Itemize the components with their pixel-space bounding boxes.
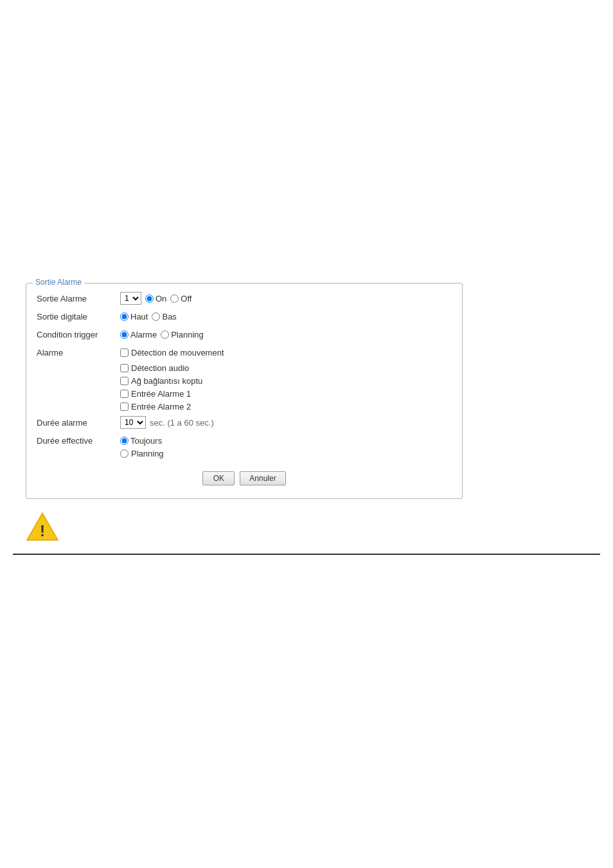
toujours-radio-item[interactable]: Toujours [120, 436, 162, 446]
duree-select[interactable]: 10 20 30 60 [120, 416, 146, 429]
ag-bglantisi-checkbox-item[interactable]: Ağ bağlantısı koptu [120, 376, 452, 386]
duree-alarme-row: Durée alarme 10 20 30 60 sec. (1 a 60 se… [37, 415, 452, 429]
on-radio[interactable] [145, 294, 154, 303]
sortie-alarme-label: Sortie Alarme [37, 294, 120, 303]
on-radio-item[interactable]: On [145, 294, 166, 303]
sortie-digitale-row: Sortie digitale Haut Bas [37, 309, 452, 323]
haut-radio-item[interactable]: Haut [120, 312, 148, 321]
alarme-label: Alarme [37, 348, 120, 357]
planning-label[interactable]: Planning [131, 449, 164, 458]
ok-button[interactable]: OK [202, 471, 235, 485]
detection-audio-label[interactable]: Détection audio [131, 363, 189, 373]
divider-line [13, 554, 600, 555]
entree-alarme1-checkbox[interactable] [120, 390, 129, 398]
entree-alarme1-label[interactable]: Entrée Alarme 1 [131, 389, 191, 399]
detection-mouvement-label[interactable]: Détection de mouvement [131, 348, 224, 357]
bas-label[interactable]: Bas [162, 312, 176, 321]
ag-bglantisi-checkbox[interactable] [120, 377, 129, 385]
entree-alarme1-checkbox-item[interactable]: Entrée Alarme 1 [120, 389, 452, 399]
sortie-alarme-row: Sortie Alarme 1 2 On Off [37, 291, 452, 305]
svg-text:!: ! [40, 522, 45, 539]
sortie-digitale-controls: Haut Bas [120, 312, 177, 321]
on-label[interactable]: On [155, 294, 166, 303]
entree-alarme2-checkbox[interactable] [120, 402, 129, 411]
alarme-ct-label[interactable]: Alarme [130, 330, 157, 339]
ag-bglantisi-label[interactable]: Ağ bağlantısı koptu [131, 376, 202, 386]
alarme-ct-radio-item[interactable]: Alarme [120, 330, 157, 339]
condition-trigger-label: Condition trigger [37, 330, 120, 339]
bas-radio-item[interactable]: Bas [152, 312, 176, 321]
condition-trigger-row: Condition trigger Alarme Planning [37, 327, 452, 341]
bas-radio[interactable] [152, 312, 160, 321]
duree-alarme-label: Durée alarme [37, 418, 120, 428]
sortie-alarme-panel: Sortie Alarme Sortie Alarme 1 2 On Off [26, 283, 463, 499]
off-label[interactable]: Off [181, 294, 191, 303]
planning-ct-radio-item[interactable]: Planning [161, 330, 204, 339]
warning-icon-container: ! [26, 512, 600, 543]
toujours-label[interactable]: Toujours [130, 436, 162, 446]
planning-radio[interactable] [120, 449, 129, 458]
duree-effective-label: Durée effective [37, 436, 120, 446]
annuler-button[interactable]: Annuler [240, 471, 285, 485]
haut-label[interactable]: Haut [130, 312, 148, 321]
detection-audio-checkbox-item[interactable]: Détection audio [120, 363, 452, 373]
button-row: OK Annuler [37, 471, 452, 485]
condition-trigger-controls: Alarme Planning [120, 330, 204, 339]
planning-ct-radio[interactable] [161, 330, 169, 339]
sortie-alarme-select[interactable]: 1 2 [120, 292, 141, 305]
planning-indent-row: Planning [120, 449, 452, 458]
panel-legend: Sortie Alarme [33, 278, 84, 287]
entree-alarme2-label[interactable]: Entrée Alarme 2 [131, 402, 191, 411]
duree-suffix: sec. (1 a 60 sec.) [150, 418, 214, 428]
planning-ct-label[interactable]: Planning [171, 330, 204, 339]
sortie-alarme-controls: 1 2 On Off [120, 292, 191, 305]
sortie-digitale-label: Sortie digitale [37, 312, 120, 321]
alarme-ct-radio[interactable] [120, 330, 129, 339]
off-radio[interactable] [170, 294, 179, 303]
off-radio-item[interactable]: Off [170, 294, 191, 303]
warning-icon: ! [26, 512, 59, 541]
detection-audio-checkbox[interactable] [120, 364, 129, 372]
page-container: Sortie Alarme Sortie Alarme 1 2 On Off [0, 0, 613, 868]
alarme-row: Alarme Détection de mouvement [37, 345, 452, 359]
entree-alarme2-checkbox-item[interactable]: Entrée Alarme 2 [120, 402, 452, 411]
detection-mouvement-checkbox-item[interactable]: Détection de mouvement [120, 348, 224, 357]
toujours-radio[interactable] [120, 437, 129, 445]
duree-alarme-controls: 10 20 30 60 sec. (1 a 60 sec.) [120, 416, 214, 429]
alarm-checkboxes-column: Détection audio Ağ bağlantısı koptu Entr… [120, 363, 452, 411]
duree-effective-row: Durée effective Toujours [37, 433, 452, 448]
haut-radio[interactable] [120, 312, 129, 321]
detection-mouvement-checkbox[interactable] [120, 348, 129, 357]
